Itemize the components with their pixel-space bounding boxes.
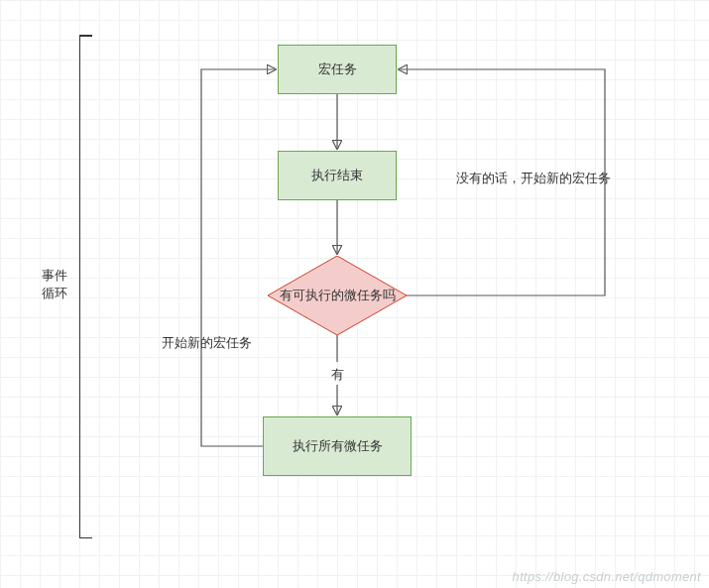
node-has-microtask-label: 有可执行的微任务吗 [268, 256, 407, 335]
edge-label-no: 没有的话，开始新的宏任务 [456, 171, 611, 187]
node-has-microtask: 有可执行的微任务吗 [268, 256, 407, 335]
bracket-label-line1: 事件 [42, 268, 67, 285]
watermark: https://blog.csdn.net/qdmoment [513, 569, 701, 584]
node-exec-all-micro: 执行所有微任务 [263, 416, 412, 476]
bracket-event-loop [79, 35, 80, 538]
node-exec-end: 执行结束 [278, 151, 397, 200]
flowchart-canvas: 事件 循环 宏任务 执行结束 有可执行的微任务吗 执行所有微任务 没有的话，开始… [0, 0, 709, 588]
edge-label-start-new: 开始新的宏任务 [162, 335, 252, 352]
edge-label-yes: 有 [331, 367, 344, 384]
node-macro-task: 宏任务 [278, 45, 397, 94]
bracket-label-line2: 循环 [42, 286, 67, 302]
